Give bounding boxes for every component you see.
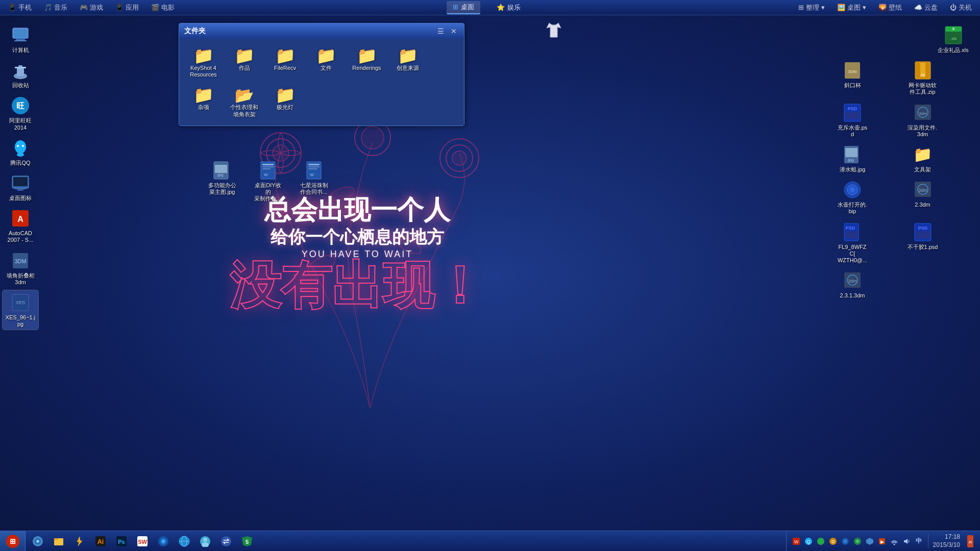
tshirt-icon	[544, 20, 564, 40]
tray-icon-7[interactable]	[865, 537, 874, 546]
icon-231-3dm[interactable]: 3dm 2.3.1.3dm	[835, 268, 870, 301]
taskbar-sw[interactable]: SW	[133, 533, 152, 549]
folder-item-creative[interactable]: 📁 创意来源	[388, 44, 427, 81]
icon-enterprise-xls[interactable]: X .xls 企业礼品.xls	[936, 23, 971, 56]
icon-oblique-cup[interactable]: 3DM 斜口杯	[835, 58, 870, 97]
icon-autocad[interactable]: A AutoCAD2007 - S...	[3, 206, 38, 245]
icon-office-jpg[interactable]: .jpg 多功能办公菜主图.jpg	[204, 158, 240, 205]
icon-fl9-img[interactable]: PSD FL9_8WFZC[WZTH0@...	[835, 220, 870, 266]
svg-point-103	[221, 536, 231, 546]
tab-entertainment[interactable]: ⭐ 娱乐	[491, 2, 527, 14]
svg-rect-4	[17, 68, 24, 76]
svg-text:旺: 旺	[16, 102, 24, 110]
svg-point-119	[893, 543, 895, 545]
folder-aurora-icon: 📁	[275, 86, 296, 104]
folder-creative-icon: 📁	[398, 46, 418, 65]
computer-icon	[10, 25, 31, 45]
folder-item-clothing[interactable]: 📂 个性衣理和墙角衣架	[225, 83, 263, 120]
topbar-wallpaper[interactable]: 🌄 壁纸	[875, 2, 905, 13]
taskbar-download[interactable]	[70, 533, 89, 549]
tray-icon-lang[interactable]: 中	[914, 537, 923, 546]
svg-rect-58	[845, 112, 860, 119]
taskbar-app5[interactable]: 5	[237, 533, 257, 549]
deskpic-arrow: ▾	[863, 4, 866, 11]
icon-diy-doc[interactable]: W 桌面DIY收的采制作合...	[250, 158, 286, 205]
tray-icon-5[interactable]	[841, 537, 850, 546]
icon-subwater-jpg[interactable]: .jpg 潜水蛆.jpg	[835, 142, 870, 175]
icon-sticker-psd[interactable]: PSD 不干胶1.psd	[905, 220, 941, 266]
tab-desktop[interactable]: ⊞ 桌面	[447, 1, 480, 14]
topbar-phone[interactable]: 📱 手机	[5, 2, 35, 13]
folder-item-aurora[interactable]: 📁 极光灯	[266, 83, 304, 120]
wall-shelf-label: 墙角折叠柜3dm	[7, 272, 35, 286]
svg-point-42	[440, 139, 479, 178]
icon-desktop-shortcut[interactable]: 桌面图标	[3, 171, 38, 204]
topbar-music[interactable]: 🎵 音乐	[41, 2, 70, 13]
taskbar-filemanager[interactable]	[49, 533, 68, 549]
tray-icon-last[interactable]: Ai	[966, 537, 975, 546]
icon-wall-shelf[interactable]: 3DM 墙角折叠柜3dm	[3, 248, 38, 288]
svg-text:.jpg: .jpg	[847, 158, 854, 162]
enterprise-xls-label: 企业礼品.xls	[938, 47, 969, 54]
topbar-shutdown[interactable]: ⏻ 关机	[947, 2, 975, 13]
fl9-img-label: FL9_8WFZC[WZTH0@...	[837, 244, 868, 264]
taskbar-3d[interactable]	[154, 533, 173, 549]
folder-item-files[interactable]: 📁 文件	[307, 44, 345, 81]
icon-kettle-psd[interactable]: PSD 充斥水壶.psd	[835, 101, 870, 140]
svg-point-84	[36, 540, 39, 543]
taskbar-transfer[interactable]	[216, 533, 236, 549]
taskbar-browser[interactable]	[175, 533, 194, 549]
icon-alibaba[interactable]: 旺 阿里旺旺2014	[3, 93, 38, 133]
start-button[interactable]: ⊞	[0, 531, 26, 552]
icon-contract-doc[interactable]: W 七星浴珠制作合同书...	[296, 158, 332, 205]
taskbar-ai[interactable]: Ai	[91, 533, 110, 549]
topbar-games[interactable]: 🎮 游戏	[77, 2, 106, 13]
taskbar-avatar[interactable]	[195, 533, 215, 549]
folder-clothing-icon: 📂	[234, 86, 255, 104]
231-3dm-label: 2.3.1.3dm	[840, 292, 865, 299]
svg-point-10	[17, 145, 19, 147]
tray-icon-6[interactable]	[853, 537, 862, 546]
taskbar-ps[interactable]: Ps	[112, 533, 131, 549]
icon-driver-zip[interactable]: zip 网卡驱动软件工具.zip	[905, 58, 941, 97]
svg-text:A: A	[17, 215, 23, 223]
folder-files-label: 文件	[321, 65, 332, 71]
icon-kettle-open-bip[interactable]: 水壶打开的.bip	[835, 178, 870, 217]
topbar-movies[interactable]: 🎬 电影	[148, 2, 178, 13]
icon-tshirt[interactable]	[536, 18, 572, 44]
taskbar-wizard[interactable]	[28, 533, 47, 549]
folder-list-view-btn[interactable]: ☰	[435, 26, 446, 36]
icon-render-3dm[interactable]: 3dm 渲染用文件.3dm	[905, 101, 941, 140]
apps-label: 应用	[126, 3, 139, 12]
folder-item-renderings[interactable]: 📁 Renderings	[348, 44, 386, 81]
tray-icon-volume[interactable]	[902, 537, 911, 546]
oblique-cup-icon: 3DM	[842, 60, 863, 81]
folder-item-misc[interactable]: 📁 杂项	[184, 83, 223, 120]
folder-item-filerecv[interactable]: 📁 FileRecv	[266, 44, 304, 81]
topbar-cloud[interactable]: ☁️ 云盘	[911, 2, 941, 13]
folder-item-keyshot[interactable]: 📁 KeyShot 4Resources	[184, 44, 223, 81]
icon-xes[interactable]: XES XES_96~1.jpg	[3, 290, 38, 330]
tab-desktop-label: 桌面	[461, 3, 474, 12]
topbar-deskpic[interactable]: 🖼️ 桌图 ▾	[834, 2, 869, 13]
topbar-organize[interactable]: ⊞ 整理 ▾	[795, 2, 828, 13]
tray-icon-8[interactable]: ▶	[877, 537, 887, 546]
folder-keyshot-icon: 📁	[193, 46, 214, 65]
icon-stationery-folder[interactable]: 📁 文具架	[905, 142, 941, 175]
tray-icon-1[interactable]: W	[792, 537, 801, 546]
tray-icon-2[interactable]: Q	[804, 537, 813, 546]
icon-computer[interactable]: 计算机	[3, 23, 38, 56]
icon-recycle[interactable]: 回收站	[3, 58, 38, 91]
svg-point-110	[817, 538, 824, 545]
icon-qq[interactable]: 腾讯QQ	[3, 136, 38, 168]
tray-icon-4[interactable]: ⚙	[828, 537, 838, 546]
svg-point-9	[15, 140, 26, 154]
folder-item-works[interactable]: 📁 作品	[225, 44, 263, 81]
tray-icon-wifi[interactable]	[890, 537, 899, 546]
kettle-open-bip-icon	[842, 180, 863, 200]
tray-icon-3[interactable]	[816, 537, 825, 546]
folder-close-btn[interactable]: ✕	[449, 26, 459, 36]
xes-label: XES_96~1.jpg	[6, 314, 35, 328]
topbar-apps[interactable]: 📱 应用	[112, 2, 142, 13]
icon-2-3dm[interactable]: 3dm 2.3dm	[905, 178, 941, 217]
